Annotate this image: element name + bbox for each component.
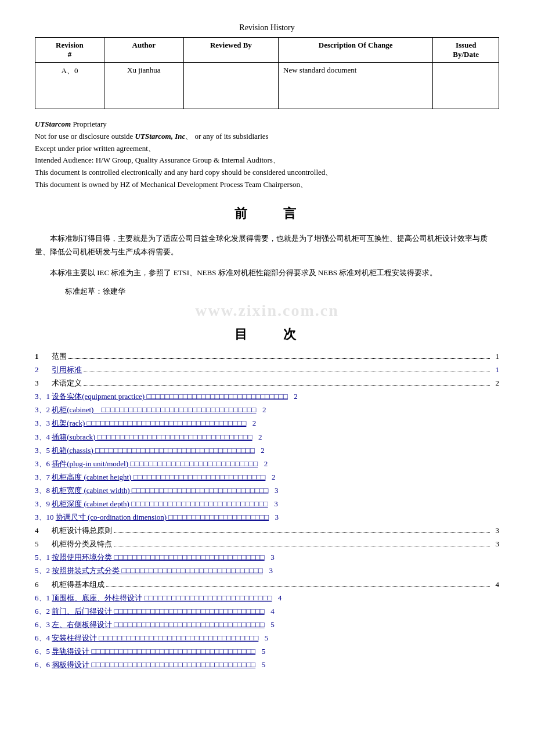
proprietary-line2: Not for use or disclosure outside UTStar… [35,131,499,143]
table-row: A、0 Xu jianhua New standard document [35,63,499,109]
toc-dots [106,586,490,587]
toc-item[interactable]: 3、5 机箱(chassis) □□□□□□□□□□□□□□□□□□□□□□□□… [35,444,499,457]
toc-num: 6、4 [35,632,50,645]
toc-num: 1 [35,350,50,363]
toc-item[interactable]: 5、1 按照使用环境分类 □□□□□□□□□□□□□□□□□□□□□□□□□□□… [35,551,499,564]
toc-num: 3、6 [35,458,50,470]
proprietary-line6: This document is owned by HZ of Mechanic… [35,179,499,191]
toc-page: 3 [492,538,499,550]
toc-page: 5 [258,645,265,658]
toc-container: 1 范围12 引用标准13 术语定义23、1 设备实体(equipment pr… [35,350,499,671]
toc-num: 5、1 [35,551,50,564]
toc-label[interactable]: 机柜宽度 (cabinet width) □□□□□□□□□□□□□□□□□□□… [52,484,268,497]
toc-item[interactable]: 3、2 机柜(cabinet) □□□□□□□□□□□□□□□□□□□□□□□□… [35,404,499,416]
toc-item[interactable]: 6、4 安装柱得设计 □□□□□□□□□□□□□□□□□□□□□□□□□□□□□… [35,632,499,645]
draft-info: 标准起草：徐建华 [65,286,499,297]
toc-page: 2 [257,444,265,457]
toc-num: 3 [35,377,50,390]
toc-page: 2 [492,377,499,390]
toc-page: 1 [492,350,499,363]
toc-page: 2 [260,458,268,470]
toc-num: 5 [35,538,50,550]
toc-item[interactable]: 3、6 插件(plug-in unit/model) □□□□□□□□□□□□□… [35,458,499,470]
toc-item[interactable]: 3、10 协调尺寸 (co-ordination dimension) □□□□… [35,511,499,524]
toc-label[interactable]: 插箱(subrack) □□□□□□□□□□□□□□□□□□□□□□□□□□□□… [52,431,252,444]
toc-item[interactable]: 5、2 按照拼装式方式分类 □□□□□□□□□□□□□□□□□□□□□□□□□□… [35,564,499,577]
toc-label[interactable]: 安装柱得设计 □□□□□□□□□□□□□□□□□□□□□□□□□□□□□□□□□… [52,632,258,645]
toc-num: 3、9 [35,498,50,510]
toc-page: 4 [492,578,499,591]
proprietary-line5: This document is controlled electronical… [35,167,499,179]
toc-label[interactable]: 引用标准 [52,363,82,376]
preface-title: 前 言 [35,205,499,222]
prop-suffix: 、 or any of its subsidiaries [185,132,268,141]
toc-label[interactable]: 搁板得设计 □□□□□□□□□□□□□□□□□□□□□□□□□□□□□□□□□□… [52,658,255,671]
toc-item[interactable]: 3、1 设备实体(equipment practice) □□□□□□□□□□□… [35,390,499,403]
toc-num: 3、3 [35,417,50,430]
toc-num: 3、8 [35,484,50,497]
toc-label: 机柜得分类及特点 [52,538,112,550]
toc-item: 1 范围1 [35,350,499,363]
toc-page: 3 [270,498,278,510]
toc-page: 5 [258,658,265,671]
toc-item[interactable]: 3、9 机柜深度 (cabinet depth) □□□□□□□□□□□□□□□… [35,498,499,510]
preface-para2: 本标准主要以 IEC 标准为主，参照了 ETSI、NEBS 标准对机柜性能部分得… [35,266,499,279]
toc-item[interactable]: 3、3 机架(rack) □□□□□□□□□□□□□□□□□□□□□□□□□□□… [35,417,499,430]
cell-revision: A、0 [35,63,104,109]
toc-num: 5、2 [35,564,50,577]
toc-label[interactable]: 导轨得设计 □□□□□□□□□□□□□□□□□□□□□□□□□□□□□□□□□□… [52,645,255,658]
toc-page: 4 [267,605,275,618]
toc-num: 6 [35,578,50,591]
toc-label[interactable]: 机架(rack) □□□□□□□□□□□□□□□□□□□□□□□□□□□□□□□… [52,417,246,430]
toc-label[interactable]: 设备实体(equipment practice) □□□□□□□□□□□□□□□… [52,390,288,403]
toc-label[interactable]: 前门、后门得设计 □□□□□□□□□□□□□□□□□□□□□□□□□□□□□□□… [52,605,264,618]
toc-num: 6、2 [35,605,50,618]
toc-label[interactable]: 左、右侧板得设计 □□□□□□□□□□□□□□□□□□□□□□□□□□□□□□□… [52,618,264,631]
preface-para1: 本标准制订得目得，主要就是为了适应公司日益全球化发展得需要，也就是为了增强公司机… [35,232,499,259]
toc-item[interactable]: 3、4 插箱(subrack) □□□□□□□□□□□□□□□□□□□□□□□□… [35,431,499,444]
toc-label[interactable]: 机柜深度 (cabinet depth) □□□□□□□□□□□□□□□□□□□… [52,498,268,510]
toc-label: 范围 [52,350,67,363]
toc-dots [68,358,490,359]
toc-page: 2 [255,431,262,444]
toc-num: 3、5 [35,444,50,457]
prop-brand2: UTStarcom, Inc [135,132,186,141]
proprietary-line4: Intended Audience: H/W Group, Quality As… [35,154,499,167]
toc-item[interactable]: 6、1 顶围框、底座、外柱得设计 □□□□□□□□□□□□□□□□□□□□□□□… [35,592,499,604]
cell-issued [433,63,499,109]
toc-item[interactable]: 3、8 机柜宽度 (cabinet width) □□□□□□□□□□□□□□□… [35,484,499,497]
toc-dots [84,385,490,386]
toc-label[interactable]: 按照使用环境分类 □□□□□□□□□□□□□□□□□□□□□□□□□□□□□□□… [52,551,264,564]
toc-item[interactable]: 6、2 前门、后门得设计 □□□□□□□□□□□□□□□□□□□□□□□□□□□… [35,605,499,618]
toc-label[interactable]: 按照拼装式方式分类 □□□□□□□□□□□□□□□□□□□□□□□□□□□□□□… [52,564,263,577]
toc-item[interactable]: 6、6 搁板得设计 □□□□□□□□□□□□□□□□□□□□□□□□□□□□□□… [35,658,499,671]
toc-page: 5 [267,618,275,631]
col-header-description: Description Of Change [279,38,433,63]
toc-label: 机柜得基本组成 [52,578,104,591]
toc-item[interactable]: 6、3 左、右侧板得设计 □□□□□□□□□□□□□□□□□□□□□□□□□□□… [35,618,499,631]
toc-item[interactable]: 3、7 机柜高度 (cabinet height) □□□□□□□□□□□□□□… [35,471,499,484]
toc-item: 6 机柜得基本组成4 [35,578,499,591]
brand-name: UTStarcom [35,120,71,128]
toc-label[interactable]: 机柜高度 (cabinet height) □□□□□□□□□□□□□□□□□□… [52,471,265,484]
toc-page: 2 [248,417,256,430]
toc-page: 1 [492,363,499,376]
toc-num: 3、2 [35,404,50,416]
toc-page: 4 [274,592,282,604]
toc-num: 2 [35,363,50,376]
toc-num: 6、1 [35,592,50,604]
proprietary-section: UTStarcom Proprietary Not for use or dis… [35,118,499,191]
toc-item[interactable]: 2 引用标准1 [35,363,499,376]
toc-item[interactable]: 6、5 导轨得设计 □□□□□□□□□□□□□□□□□□□□□□□□□□□□□□… [35,645,499,658]
toc-num: 6、5 [35,645,50,658]
proprietary-line1: UTStarcom Proprietary [35,118,499,131]
toc-label[interactable]: 机柜(cabinet) □□□□□□□□□□□□□□□□□□□□□□□□□□□□… [52,404,256,416]
revision-table: Revision# Author Reviewed By Description… [35,37,499,109]
toc-page: 2 [290,390,298,403]
proprietary-label: Proprietary [71,120,107,128]
toc-label[interactable]: 机箱(chassis) □□□□□□□□□□□□□□□□□□□□□□□□□□□□… [52,444,255,457]
toc-label[interactable]: 协调尺寸 (co-ordination dimension) □□□□□□□□□… [56,511,269,524]
toc-num: 6、3 [35,618,50,631]
toc-label[interactable]: 插件(plug-in unit/model) □□□□□□□□□□□□□□□□□… [52,458,258,470]
toc-label[interactable]: 顶围框、底座、外柱得设计 □□□□□□□□□□□□□□□□□□□□□□□□□□□… [52,592,272,604]
